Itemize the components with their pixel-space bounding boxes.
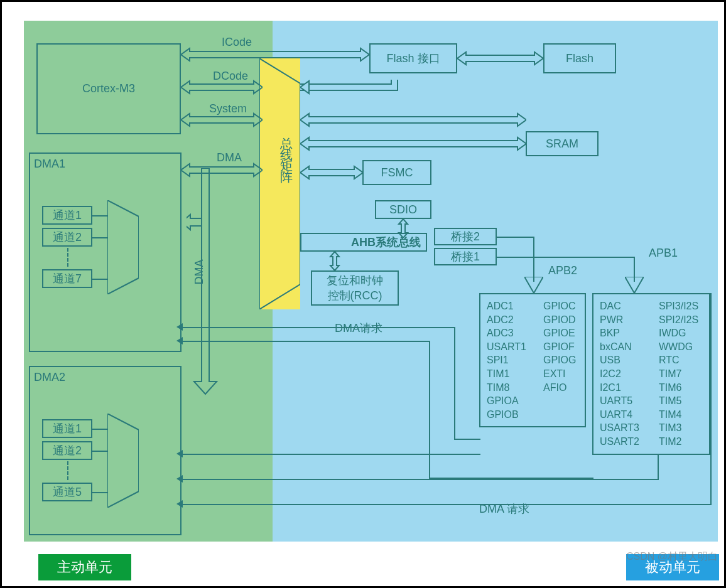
dma1-title: DMA1 — [34, 158, 65, 171]
rcc-arrow — [329, 252, 340, 270]
periph-item: USB — [600, 353, 659, 367]
dma2-dots — [67, 461, 68, 480]
dma1-ch7: 通道7 — [42, 269, 92, 288]
dma2-ch2: 通道2 — [42, 441, 92, 460]
svg-marker-8 — [187, 215, 202, 230]
br1-line — [497, 257, 635, 258]
periph-item: EXTI — [543, 367, 576, 381]
periph-item: GPIOC — [543, 299, 576, 313]
rcc-line1: 复位和时钟 — [327, 273, 383, 288]
dma1-ch1: 通道1 — [42, 206, 92, 225]
matrix-sram-arrow1 — [300, 112, 526, 127]
dma2-mux — [107, 414, 139, 508]
dma2-ch5: 通道5 — [42, 483, 92, 501]
req1b-tri — [176, 337, 183, 345]
flash-if-box: Flash 接口 — [369, 43, 457, 73]
dcode-arrow — [181, 80, 263, 95]
periph-item: I2C2 — [600, 367, 659, 381]
periph-item: ADC3 — [487, 326, 543, 340]
periph-item: SPI3/I2S — [659, 299, 698, 313]
bridge2-box: 桥接2 — [434, 228, 497, 245]
periph-item: RTC — [659, 353, 698, 367]
periph-item: ADC1 — [487, 299, 543, 313]
req1-tri — [176, 323, 183, 331]
periph-item: USART2 — [600, 435, 659, 449]
svg-marker-10 — [300, 81, 309, 94]
periph-item: TIM5 — [659, 394, 698, 408]
svg-marker-1 — [181, 48, 369, 61]
periph-item: I2C1 — [600, 381, 659, 395]
periph-item: BKP — [600, 326, 659, 340]
periph-item: WWDG — [659, 340, 698, 354]
req2-h — [182, 454, 480, 455]
svg-marker-0 — [259, 58, 300, 309]
diagram-container: 总 线 矩 阵 Cortex-M3 ICode DCode System DMA… — [0, 0, 726, 588]
periph-item: GPIOF — [543, 340, 576, 354]
periph-item: GPIOE — [543, 326, 576, 340]
sdio-box: SDIO — [375, 200, 431, 219]
flash-arrow — [457, 51, 543, 66]
dma1-line1 — [92, 215, 107, 216]
br2-line — [497, 237, 534, 238]
periph-item: TIM6 — [659, 381, 698, 395]
periph-item: DAC — [600, 299, 659, 313]
periph-item: PWR — [600, 313, 659, 327]
apb2-label: APB2 — [548, 264, 577, 277]
periph-item: UART5 — [600, 394, 659, 408]
periph-item: SPI2/I2S — [659, 313, 698, 327]
dma2-line3 — [92, 492, 107, 493]
dma1-dots — [67, 248, 68, 267]
periph-item: UART4 — [600, 408, 659, 422]
system-arrow — [181, 112, 263, 127]
sram-box: SRAM — [526, 131, 599, 156]
svg-marker-3 — [181, 114, 263, 126]
dma1-box: DMA1 — [29, 152, 182, 352]
dma-req1-label: DMA请求 — [335, 321, 382, 336]
matrix-sram-arrow2 — [300, 136, 526, 151]
dma2-ch1: 通道1 — [42, 419, 92, 438]
dma-vertical-arrow — [187, 168, 224, 419]
svg-marker-11 — [300, 114, 526, 126]
dma1-ch2: 通道2 — [42, 228, 92, 247]
dma1-line3 — [92, 279, 107, 280]
active-footer: 主动单元 — [38, 554, 131, 580]
dma-vertical-label: DMA — [193, 260, 206, 285]
periph-item: GPIOD — [543, 313, 576, 327]
periph-item: AFIO — [543, 381, 576, 395]
periph-item: TIM3 — [659, 421, 698, 435]
bus-matrix-shape — [259, 58, 300, 309]
flash-box: Flash — [543, 43, 616, 73]
req1b-v — [429, 341, 430, 479]
req2c-h — [182, 504, 712, 505]
periph-item: GPIOG — [543, 353, 576, 367]
periph-item: USART3 — [600, 421, 659, 435]
req2-tri — [176, 450, 183, 457]
dma2-title: DMA2 — [34, 371, 65, 384]
periph-item: ADC2 — [487, 313, 543, 327]
periph-item: GPIOB — [487, 408, 543, 422]
svg-marker-6 — [107, 414, 139, 508]
periph-item: TIM8 — [487, 381, 543, 395]
periph-item: TIM1 — [487, 367, 543, 381]
svg-marker-13 — [300, 166, 363, 179]
apb2-periph-box: ADC1ADC2ADC3USART1SPI1TIM1TIM8GPIOAGPIOB… — [479, 293, 586, 427]
req1-h2 — [454, 439, 480, 440]
br2-line-v — [533, 237, 534, 282]
req1b-h — [182, 341, 430, 342]
bridge1-box: 桥接1 — [434, 248, 497, 265]
matrix-flash-arrow — [300, 80, 413, 117]
periph-item: GPIOA — [487, 394, 543, 408]
rcc-box: 复位和时钟 控制(RCC) — [311, 270, 399, 306]
periph-item: bxCAN — [600, 340, 659, 354]
req2b-tri — [176, 475, 183, 483]
periph-item: SPI1 — [487, 353, 543, 367]
watermark: CSDN @村里大明白 — [626, 550, 718, 564]
rcc-line2: 控制(RCC) — [328, 288, 382, 303]
req2c-v — [710, 293, 712, 505]
svg-marker-5 — [107, 200, 139, 294]
req2c-tri — [176, 500, 183, 508]
svg-marker-15 — [330, 252, 339, 270]
svg-marker-16 — [524, 277, 543, 293]
svg-marker-9 — [457, 52, 543, 65]
req2b-h — [182, 479, 659, 480]
